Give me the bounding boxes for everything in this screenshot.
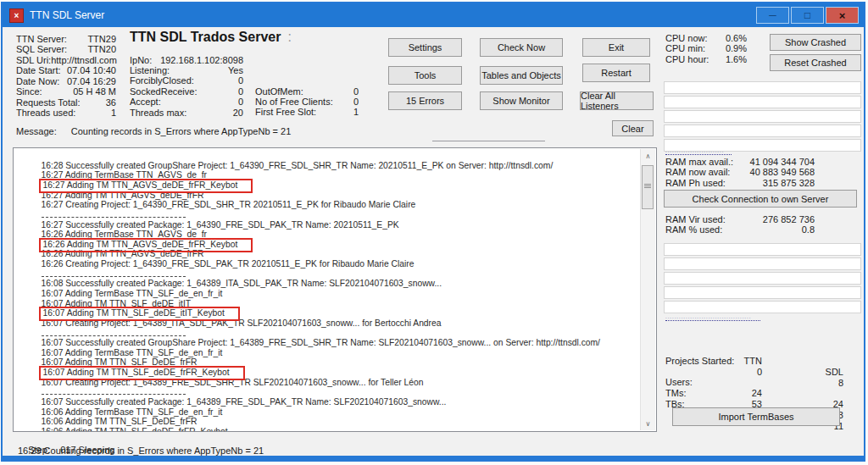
info-row: SDL Uri: http://ttnsdl.com (16, 55, 116, 65)
info-label: SockedReceive: (130, 86, 198, 97)
info-row: Listening: Yes (130, 65, 243, 75)
server-info-column-2: IpNo: 192.168.1.102:8098 Listening: Yes … (130, 55, 243, 119)
info-value: 36 (106, 97, 116, 108)
info-value: 0 (353, 86, 359, 97)
clear-button[interactable]: Clear (612, 120, 654, 136)
window-title: TTN SDL Server (30, 9, 104, 21)
show-crashed-button[interactable]: Show Crashed (770, 34, 861, 51)
divider (432, 141, 545, 141)
cpu-row: CPU hour: 1.6% (665, 54, 747, 64)
log-line-text: 16:07 Successfully created GroupShare Pr… (42, 338, 600, 348)
page-title: TTN SDL Trados Server: (130, 30, 292, 45)
title-bar: × TTN SDL Server ─ □ × (3, 3, 864, 27)
show-monitor-button[interactable]: Show Monitor (480, 91, 563, 110)
check-connection-button[interactable]: Check Connection to own Server (664, 190, 857, 208)
restart-button[interactable]: Restart (582, 64, 650, 82)
server-info-column-1: TTN Server: TTN29 SQL Server: TTN20 SDL … (16, 34, 116, 119)
log-lines: 16:28 Successfully created GroupShare Pr… (17, 151, 639, 427)
log-scrollbar[interactable]: ∧ ∨ (640, 149, 655, 430)
info-row: First Free Slot: 1 (255, 107, 359, 117)
status-field (664, 96, 861, 108)
ram-value: 40 883 949 568 (750, 167, 815, 177)
info-label: TTN Server: (16, 34, 67, 44)
close-icon: × (839, 9, 846, 22)
ram-stats-top: RAM max avail.: 41 094 344 704 RAM now a… (665, 157, 815, 188)
scrollbar-thumb[interactable] (642, 165, 654, 209)
info-label: Accept: (130, 97, 161, 107)
stats-header-row: TTN SDL (665, 334, 843, 345)
log-line-text: 16:06 Adding TM TTN_SLF_DeDE_frFR (42, 417, 198, 427)
minimize-button[interactable]: ─ (756, 7, 789, 24)
status-field (664, 257, 861, 270)
info-label: First Free Slot: (255, 107, 316, 117)
info-value: 1 (353, 107, 359, 117)
status-field (664, 272, 861, 285)
server-info-column-3: OutOfMem: 0 No of Free Clients: 0 First … (255, 86, 359, 118)
log-line-text: 16:06 Adding TM TTN_SLF_deDE_frFR_Keybot (42, 427, 228, 432)
stats-rows: Projects Started: 0 8 Users: 24 24 TMs: … (665, 345, 843, 399)
info-row: SockedReceive: 0 (130, 86, 243, 97)
info-row: SQL Server: TTN20 (16, 44, 116, 54)
tables-and-objects-button[interactable]: Tables and Objects (480, 66, 563, 85)
info-label: Threads max: (130, 108, 186, 118)
log-line-text: 16:07 Adding TermBase TTN_SLF_de_en_fr_i… (42, 289, 223, 299)
info-value: 07.04 10:40 (67, 65, 116, 75)
stats-row: TBs: 11 11 (665, 388, 843, 399)
status-field (664, 301, 861, 313)
scroll-up-icon[interactable]: ∧ (641, 149, 655, 163)
import-termbases-button[interactable]: Import TermBases (672, 407, 840, 426)
info-value: TTN20 (87, 44, 116, 54)
reset-crashed-button[interactable]: Reset Crashed (770, 54, 861, 71)
info-value: TTN29 (87, 34, 116, 44)
maximize-button[interactable]: □ (791, 7, 824, 24)
cpu-label: CPU now: (665, 33, 708, 43)
ttn-sdl-stats: TTN SDL Projects Started: 0 8 Users: 24 … (665, 334, 843, 399)
info-value: 05 H 48 M (73, 86, 116, 97)
message-value: Counting records in S_Errors where AppTy… (71, 126, 292, 136)
tools-button[interactable]: Tools (388, 66, 462, 85)
ram-label: RAM now avail: (665, 167, 730, 177)
log-line-text (42, 388, 186, 395)
info-value: 20 (233, 108, 243, 118)
log-line-text (42, 329, 186, 336)
scrollbar-grip-icon (644, 184, 651, 188)
info-row: Date Start: 07.04 10:40 (16, 65, 116, 75)
log-line-text: 16:06 Adding TermBase TTN_SLF_de_en_fr_i… (42, 407, 223, 418)
clear-all-listeners-button[interactable]: Clear All Listeners (580, 91, 654, 110)
errors-15-button[interactable]: 15 Errors (388, 91, 462, 110)
maximize-icon: □ (804, 9, 810, 21)
scroll-down-icon[interactable]: ∨ (641, 417, 655, 430)
stats-row: TMs: 53 53 (665, 377, 843, 388)
cpu-label: CPU hour: (665, 54, 709, 64)
log-line-text: 16:26 Adding TM TTN_AGVS_deDE_frFR_Keybo… (39, 238, 253, 252)
log-textbox[interactable]: 16:28 Successfully created GroupShare Pr… (13, 147, 657, 432)
info-row: IpNo: 192.168.1.102:8098 (130, 55, 243, 65)
settings-button[interactable]: Settings (388, 38, 462, 57)
ram-row: RAM % used: 0.8 (665, 224, 815, 235)
info-value: Yes (228, 65, 243, 75)
info-label: SDL Uri: (16, 55, 51, 65)
exit-button[interactable]: Exit (582, 38, 650, 57)
log-line-text: 16:07 Adding TermBase TTN_SLF_de_en_fr_i… (42, 348, 223, 358)
ram-value: 315 875 328 (763, 178, 815, 188)
status-field (664, 110, 861, 123)
info-label: ForciblyClosed: (130, 75, 194, 86)
log-line-text: 16:26 Creating Project: 1_64390_FRE_SDL_… (42, 259, 415, 269)
info-row: Since: 05 H 48 M (16, 86, 116, 97)
cpu-stats: CPU now: 0.6% CPU min: 0.9% CPU hour: 1.… (665, 33, 747, 64)
info-value: 1 (111, 108, 116, 118)
info-label: Requests Total: (16, 97, 81, 108)
log-line-text (42, 270, 186, 277)
info-value: 0 (238, 97, 243, 107)
close-button[interactable]: × (826, 7, 859, 24)
log-line-text (42, 211, 186, 218)
app-icon: × (9, 8, 24, 23)
ram-row: RAM max avail.: 41 094 344 704 (665, 157, 815, 167)
info-value: 0 (238, 86, 243, 97)
window-controls: ─ □ × (756, 7, 859, 24)
info-row: Threads used: 1 (16, 108, 116, 118)
check-now-button[interactable]: Check Now (480, 38, 563, 57)
page-title-suffix: : (287, 30, 291, 44)
info-label: Since: (16, 86, 42, 97)
info-row: OutOfMem: 0 (255, 86, 359, 97)
